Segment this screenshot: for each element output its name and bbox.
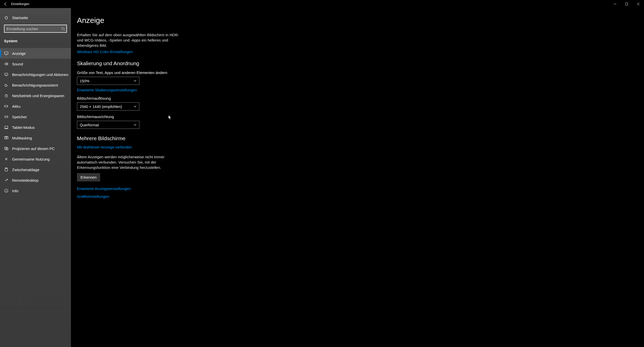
- display-icon: [4, 51, 9, 55]
- maximize-button[interactable]: [621, 0, 632, 8]
- category-label: System: [0, 36, 71, 46]
- remote-icon: [4, 178, 9, 182]
- scale-dropdown[interactable]: 150%: [77, 77, 139, 85]
- maximize-icon: [625, 3, 628, 5]
- sidebar-item-remote[interactable]: Remotedesktop: [0, 175, 71, 185]
- svg-rect-3: [5, 73, 8, 75]
- sidebar-item-label: Zwischenablage: [12, 168, 39, 172]
- sidebar-item-label: Info: [12, 189, 18, 193]
- sidebar-item-sound[interactable]: Sound: [0, 59, 71, 69]
- resolution-dropdown[interactable]: 2560 × 1440 (empfohlen): [77, 102, 139, 110]
- sidebar-item-focus-assist[interactable]: Benachrichtigungsassistent: [0, 80, 71, 90]
- orientation-dropdown[interactable]: Querformat: [77, 121, 139, 129]
- sidebar-item-label: Sound: [12, 62, 23, 66]
- sidebar-item-label: Anzeige: [12, 51, 26, 56]
- project-icon: [4, 146, 9, 150]
- sidebar-item-storage[interactable]: Speicher: [0, 111, 71, 122]
- search-input[interactable]: [4, 25, 67, 33]
- sidebar-item-multitasking[interactable]: Multitasking: [0, 133, 71, 143]
- clipboard-icon: [4, 168, 9, 172]
- detect-button[interactable]: Erkennen: [77, 173, 100, 181]
- info-icon: [4, 189, 9, 193]
- sidebar-item-label: Tablet-Modus: [12, 125, 35, 130]
- resolution-value: 2560 × 1440 (empfohlen): [80, 104, 122, 109]
- arrow-left-icon: [4, 2, 8, 6]
- svg-rect-9: [5, 126, 8, 128]
- svg-rect-5: [5, 105, 8, 107]
- settings-window: Einstellungen Startseite: [0, 0, 644, 347]
- sidebar-item-label: Multitasking: [12, 136, 32, 140]
- svg-rect-0: [626, 3, 628, 5]
- sidebar-item-label: Remotedesktop: [12, 178, 38, 182]
- home-link[interactable]: Startseite: [0, 13, 71, 23]
- sidebar-item-notifications[interactable]: Benachrichtigungen und Aktionen: [0, 69, 71, 80]
- sidebar-item-label: Projizieren auf diesen PC: [12, 146, 55, 151]
- sound-icon: [4, 62, 9, 66]
- power-icon: [4, 94, 9, 98]
- home-label: Startseite: [12, 16, 28, 20]
- orientation-value: Querformat: [80, 123, 99, 127]
- chevron-down-icon: [134, 79, 137, 82]
- close-button[interactable]: [632, 0, 644, 8]
- back-button[interactable]: [0, 0, 11, 8]
- svg-rect-11: [7, 137, 8, 139]
- window-title: Einstellungen: [11, 2, 29, 6]
- window-controls: [609, 0, 644, 8]
- chevron-down-icon: [134, 105, 137, 108]
- orientation-label: Bildschirmausrichtung: [77, 114, 253, 119]
- svg-rect-6: [8, 106, 8, 106]
- hdr-description: Erhalten Sie auf dem oben ausgewählten B…: [77, 32, 183, 48]
- notifications-icon: [4, 72, 9, 76]
- resolution-label: Bildschirmauflösung: [77, 96, 253, 100]
- sidebar-item-display[interactable]: Anzeige: [0, 48, 71, 59]
- sidebar-item-label: Benachrichtigungen und Aktionen: [12, 72, 68, 77]
- wireless-display-link[interactable]: Mit drahtloser Anzeige verbinden: [77, 145, 132, 149]
- minimize-button[interactable]: [609, 0, 621, 8]
- advanced-display-link[interactable]: Erweiterte Anzeigeeinstellungen: [77, 186, 253, 191]
- sidebar-item-label: Netzbetrieb und Energiesparen: [12, 94, 64, 98]
- scaling-heading: Skalierung und Anordnung: [77, 60, 253, 66]
- home-icon: [4, 16, 9, 20]
- advanced-scaling-link[interactable]: Erweiterte Skalierungseinstellungen: [77, 88, 137, 92]
- sidebar-item-label: Benachrichtigungsassistent: [12, 83, 58, 87]
- battery-icon: [4, 104, 9, 108]
- storage-icon: [4, 115, 9, 119]
- sidebar: Startseite System AnzeigeSoundBenachrich…: [0, 8, 71, 347]
- multi-displays-heading: Mehrere Bildschirme: [77, 135, 253, 141]
- chevron-down-icon: [134, 123, 137, 126]
- scale-value: 150%: [80, 79, 89, 83]
- multitasking-icon: [4, 136, 9, 140]
- content-area: Anzeige Erhalten Sie auf dem oben ausgew…: [71, 8, 644, 347]
- tablet-icon: [4, 125, 9, 129]
- sidebar-item-label: Speicher: [12, 115, 27, 119]
- svg-rect-2: [5, 52, 8, 54]
- titlebar: Einstellungen: [0, 0, 644, 8]
- sidebar-item-shared[interactable]: Gemeinsame Nutzung: [0, 154, 71, 164]
- page-title: Anzeige: [77, 16, 253, 25]
- sidebar-item-label: Gemeinsame Nutzung: [12, 157, 50, 161]
- focus-assist-icon: [4, 83, 9, 87]
- sidebar-item-clipboard[interactable]: Zwischenablage: [0, 164, 71, 175]
- minimize-icon: [614, 3, 616, 5]
- scale-label: Größe von Text, Apps und anderen Element…: [77, 70, 253, 75]
- sidebar-item-battery[interactable]: Akku: [0, 101, 71, 111]
- sidebar-item-tablet[interactable]: Tablet-Modus: [0, 122, 71, 133]
- sidebar-item-power[interactable]: Netzbetrieb und Energiesparen: [0, 90, 71, 101]
- detect-description: Ältere Anzeigen werden möglicherweise ni…: [77, 154, 183, 170]
- graphics-settings-link[interactable]: Grafikeinstellungen: [77, 194, 253, 199]
- sidebar-nav: AnzeigeSoundBenachrichtigungen und Aktio…: [0, 48, 71, 196]
- sidebar-item-project[interactable]: Projizieren auf diesen PC: [0, 143, 71, 154]
- sidebar-item-info[interactable]: Info: [0, 185, 71, 196]
- close-icon: [637, 3, 639, 5]
- sidebar-item-label: Akku: [12, 104, 20, 108]
- svg-rect-10: [5, 137, 6, 139]
- hdr-settings-link[interactable]: Windows HD Color-Einstellungen: [77, 50, 133, 54]
- shared-icon: [4, 157, 9, 161]
- svg-point-8: [7, 117, 8, 117]
